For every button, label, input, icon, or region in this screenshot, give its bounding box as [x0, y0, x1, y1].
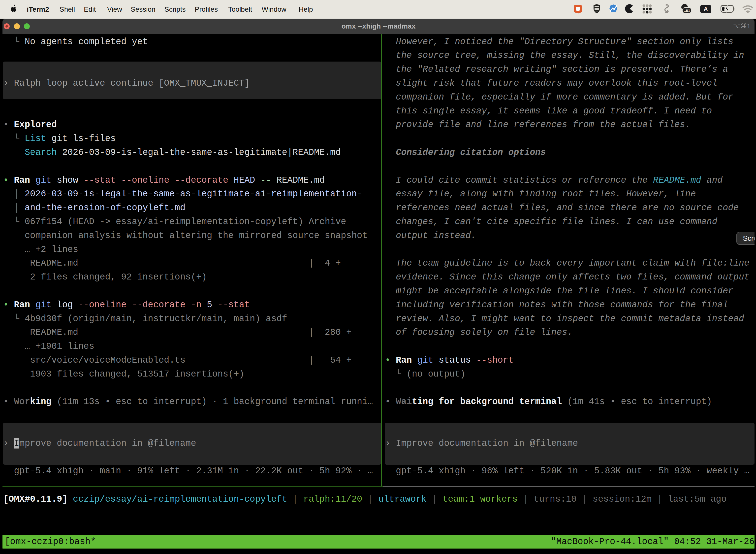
- svg-text:..61: ..61: [684, 8, 690, 13]
